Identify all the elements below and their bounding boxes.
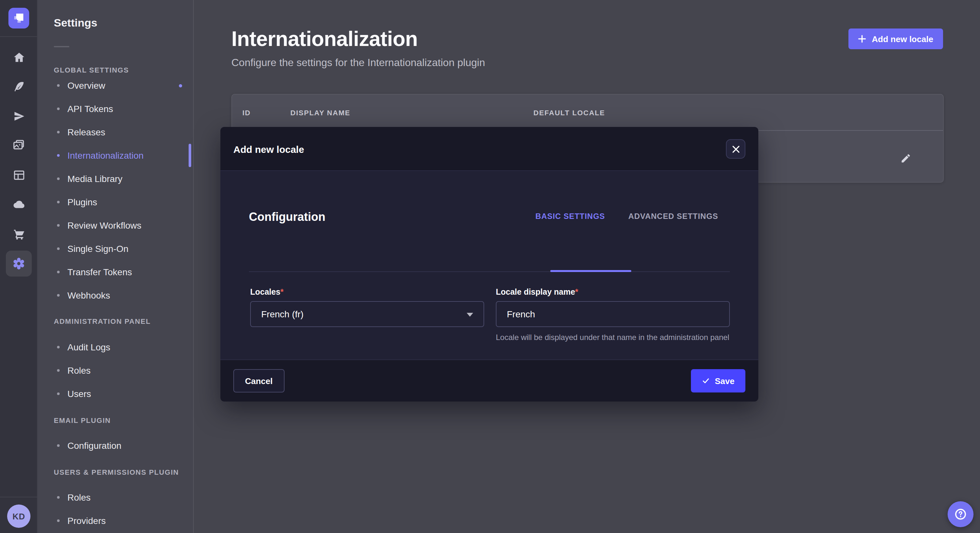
tab-advanced-settings[interactable]: ADVANCED SETTINGS [617,207,730,225]
section-label-users-permissions-plugin: USERS & PERMISSIONS PLUGIN [54,468,179,476]
subnav-divider [54,46,69,47]
sidebar-item-media-library[interactable]: Media Library [38,167,194,190]
locale-display-name-field: Locale display name* Locale will be disp… [496,287,730,343]
user-avatar[interactable]: KD [7,504,30,528]
global-settings-list: Overview API Tokens Releases Internation… [38,74,194,307]
tab-basic-settings[interactable]: BASIC SETTINGS [524,207,617,225]
home-icon[interactable] [0,47,38,67]
pictures-icon[interactable] [0,135,38,155]
bullet-icon [57,294,60,297]
bullet-icon [57,224,60,227]
sidebar-item-single-sign-on[interactable]: Single Sign-On [38,237,194,260]
tabs-divider [249,271,730,272]
email-plugin-list: Configuration [38,434,194,457]
strapi-logo-icon[interactable] [8,8,29,29]
pencil-icon [900,153,911,164]
cancel-button[interactable]: Cancel [233,369,284,392]
locale-display-name-input[interactable] [496,301,730,327]
users-permissions-list: Roles Providers [38,486,194,532]
section-label-email-plugin: EMAIL PLUGIN [54,416,111,424]
layout-icon[interactable] [0,165,38,185]
add-locale-modal: Add new locale Configuration BASIC SETTI… [220,127,758,401]
sidebar-item-overview[interactable]: Overview [38,74,194,97]
bullet-icon [57,247,60,250]
administration-panel-list: Audit Logs Roles Users [38,335,194,405]
column-header-display-name: DISPLAY NAME [290,109,350,117]
add-button-label: Add new locale [872,34,933,44]
locale-display-name-label: Locale display name* [496,287,730,297]
feather-icon[interactable] [0,76,38,96]
paper-plane-icon[interactable] [0,106,38,125]
bullet-icon [57,346,60,348]
help-button[interactable] [948,501,974,527]
active-tab-underline [550,270,631,272]
page-title: Internationalization [231,27,418,51]
sidebar-item-internationalization[interactable]: Internationalization [38,144,194,167]
save-button-label: Save [715,376,735,385]
sidebar-item-up-providers[interactable]: Providers [38,509,194,532]
chevron-down-icon [467,313,473,317]
main-nav-rail: KD [0,0,38,533]
strapi-admin-app: KD Settings GLOBAL SETTINGS Overview API… [0,0,980,533]
sidebar-item-transfer-tokens[interactable]: Transfer Tokens [38,260,194,284]
sidebar-item-releases[interactable]: Releases [38,121,194,144]
locales-select-value: French (fr) [261,309,304,319]
page-subtitle: Configure the settings for the Internati… [231,57,485,69]
sidebar-item-audit-logs[interactable]: Audit Logs [38,335,194,359]
sidebar-item-email-configuration[interactable]: Configuration [38,434,194,457]
bullet-icon [57,392,60,395]
bullet-icon [57,108,60,110]
sidebar-item-admin-roles[interactable]: Roles [38,359,194,382]
bullet-icon [57,519,60,522]
cart-icon[interactable] [0,224,38,244]
bullet-icon [57,84,60,87]
locale-display-name-hint: Locale will be displayed under that name… [496,332,730,343]
configuration-title: Configuration [249,211,325,224]
modal-header: Add new locale [220,127,758,171]
bullet-icon [57,444,60,447]
plus-icon [858,35,866,43]
modal-title: Add new locale [233,144,304,155]
section-label-administration-panel: ADMINISTRATION PANEL [54,317,151,325]
sidebar-item-users[interactable]: Users [38,382,194,405]
modal-body: Configuration BASIC SETTINGS ADVANCED SE… [220,171,758,359]
add-new-locale-button[interactable]: Add new locale [848,29,943,49]
locales-field: Locales* French (fr) [250,287,484,327]
edit-locale-button[interactable] [899,153,912,166]
sidebar-item-webhooks[interactable]: Webhooks [38,284,194,307]
column-header-default-locale: DEFAULT LOCALE [533,109,605,117]
sidebar-item-plugins[interactable]: Plugins [38,190,194,214]
bullet-icon [57,496,60,499]
rail-divider [0,497,38,497]
bullet-icon [57,201,60,203]
bullet-icon [57,369,60,372]
save-button[interactable]: Save [691,369,745,392]
section-label-global-settings: GLOBAL SETTINGS [54,66,129,74]
settings-subnav: Settings GLOBAL SETTINGS Overview API To… [38,0,194,533]
question-icon [954,508,967,521]
required-mark: * [280,287,283,297]
cloud-icon[interactable] [0,194,38,214]
bullet-icon [57,131,60,133]
check-icon [702,377,710,385]
locales-label: Locales* [250,287,484,297]
gear-icon[interactable] [6,251,32,276]
modal-footer: Cancel Save [220,359,758,401]
sidebar-item-review-workflows[interactable]: Review Workflows [38,214,194,237]
bullet-icon [57,154,60,157]
locales-select[interactable]: French (fr) [250,301,484,327]
sidebar-item-up-roles[interactable]: Roles [38,486,194,509]
sidebar-item-api-tokens[interactable]: API Tokens [38,97,194,121]
subnav-title: Settings [54,17,97,30]
bullet-icon [57,271,60,273]
active-item-indicator [189,144,191,167]
close-button[interactable] [726,139,745,159]
column-header-id: ID [242,109,251,117]
required-mark: * [575,287,579,297]
notification-dot-icon [179,84,182,87]
bullet-icon [57,178,60,180]
close-icon [732,145,739,152]
settings-tabs: BASIC SETTINGS ADVANCED SETTINGS [524,207,730,225]
logo-section [0,0,38,37]
